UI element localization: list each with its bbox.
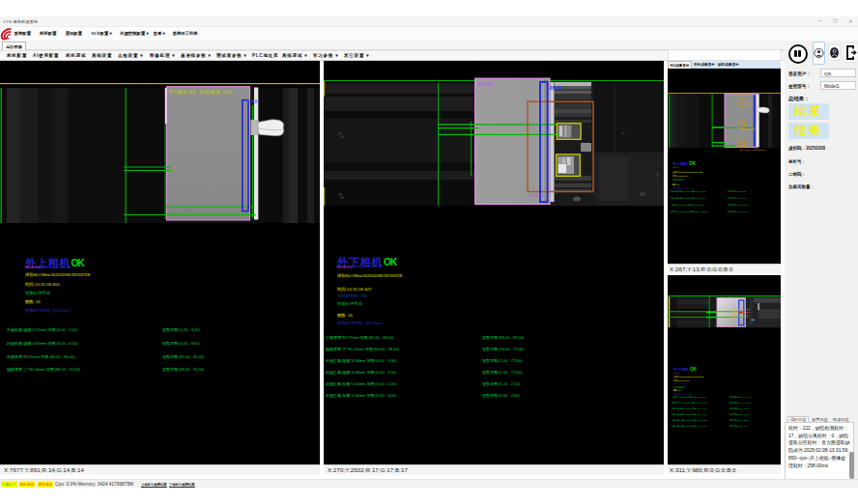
svg-text:报警范围:(0.00 - 8.00): 报警范围:(0.00 - 8.00) [161,341,201,346]
svg-text:报警范围:(1.10 - 2.10): 报警范围:(1.10 - 2.10) [481,381,521,386]
svg-text:外下相机: 外下相机 [672,367,689,372]
svg-text:NG:E:0:1: NG:E:0:1 [672,167,679,168]
svg-text:图像处理完成: 图像处理完成 [25,291,50,295]
svg-text:OK: OK [689,161,697,166]
svg-text:圈数: 13: 圈数: 13 [337,313,353,318]
svg-text:耗时AI耗时: 798: 耗时AI耗时: 798 [337,294,367,298]
svg-text:OK: OK [690,367,698,372]
svg-text:28.80: 28.80 [550,85,563,91]
svg-text:NT阈值:93, 动态阈值:100: NT阈值:93, 动态阈值:100 [169,89,232,96]
svg-text:报警范围:(89.00 - 91.00): 报警范围:(89.00 - 91.00) [161,367,205,372]
svg-text:NG:E:0:0: NG:E:0:0 [337,266,353,269]
svg-text:OK: OK [384,257,398,267]
svg-text:OK: OK [72,258,86,268]
svg-text:NG:E:0:0: NG:E:0:0 [673,373,680,374]
svg-text:外上相机: 外上相机 [672,161,688,166]
svg-text:(80.0-86.0): (80.0-86.0) [742,105,753,107]
svg-text:负极宽度*83.05mm 范围:(80.00 - 86.00: 负极宽度*83.05mm 范围:(80.00 - 86.00) [6,354,75,359]
svg-text:报警范围:(2.00 - 77.00): 报警范围:(2.00 - 77.00) [481,370,523,375]
svg-text:正极宽度*83.77mm 范围:(82.00 - 88.00: 正极宽度*83.77mm 范围:(82.00 - 88.00) [326,335,394,340]
svg-text:图像处理耗时: 258.00ms: 图像处理耗时: 258.00ms [25,308,71,313]
svg-text:图像处理耗时: 183.00ms: 图像处理耗时: 183.00ms [337,321,383,325]
svg-text:71.5(37.5): 71.5(37.5) [529,194,544,198]
svg-text:报警范围:(2.00 - 77.00): 报警范围:(2.00 - 77.00) [481,358,523,363]
svg-text:报警范围:(94.00 - 97.00): 报警范围:(94.00 - 97.00) [481,347,525,351]
svg-text:报警范围:(81.00 - 85.00): 报警范围:(81.00 - 85.00) [161,354,205,359]
svg-text:NG:E:0:1: NG:E:0:1 [25,266,41,269]
svg-text:报警范围:(0.60 - 4.00): 报警范围:(0.60 - 4.00) [481,393,521,398]
svg-text:报警范围:(83.00 - 87.00): 报警范围:(83.00 - 87.00) [481,335,525,340]
svg-text:AI检测板: AI检测板 [477,81,496,87]
svg-text:图像处理完成: 图像处理完成 [337,301,362,306]
svg-text:圈数: 13: 圈数: 13 [25,299,41,304]
svg-text:5.48: 5.48 [247,98,258,104]
svg-text:报警范围:(2.20 - 3.20): 报警范围:(2.20 - 3.20) [161,327,201,332]
